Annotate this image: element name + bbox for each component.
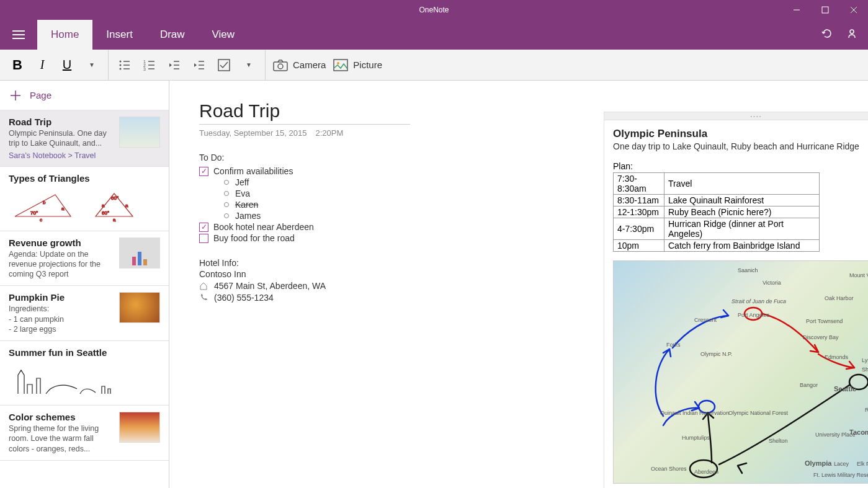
window-controls	[782, 0, 868, 20]
svg-point-27	[337, 62, 339, 64]
plan-label: Plan:	[613, 161, 868, 171]
map-label: Quinault Indian Reservation	[660, 410, 729, 416]
outdent-icon	[168, 59, 181, 71]
hamburger-button[interactable]	[0, 20, 37, 50]
page-preview: Agenda: Update on the revenue projection…	[9, 249, 113, 280]
tab-insert[interactable]: Insert	[92, 20, 146, 50]
note-title[interactable]: Road Trip	[199, 100, 410, 125]
page-thumbnail	[119, 117, 160, 148]
ribbon: B I U ▼ 123 ▼ Camera Picture	[0, 50, 868, 81]
picture-button[interactable]: Picture	[329, 53, 386, 78]
map-label: Shoreline	[862, 366, 868, 373]
plus-icon	[10, 90, 21, 101]
content-area: Page Road TripOlympic Peninsula. One day…	[0, 81, 868, 488]
separator	[265, 50, 266, 80]
svg-rect-23	[218, 60, 230, 71]
page-title: Summer fun in Seattle	[9, 347, 160, 358]
page-item[interactable]: Revenue growthAgenda: Update on the reve…	[0, 231, 169, 286]
chevron-down-icon: ▼	[246, 61, 252, 68]
plan-desc: Hurrican Ridge (dinner at Port Angeles)	[664, 218, 820, 240]
add-page-button[interactable]: Page	[0, 81, 169, 110]
note-canvas[interactable]: Road Trip Tuesday, September 15, 20152:2…	[169, 81, 868, 488]
font-more-button[interactable]: ▼	[79, 53, 104, 78]
svg-text:a: a	[113, 217, 116, 222]
map-label: University Place	[815, 432, 856, 438]
plan-table[interactable]: 7:30-8:30amTravel8:30-11amLake Quinault …	[613, 172, 820, 252]
svg-text:3: 3	[143, 67, 146, 71]
page-title: Road Trip	[9, 117, 113, 127]
table-row[interactable]: 12-1:30pmRuby Beach (Picnic here?)	[614, 206, 820, 218]
outdent-button[interactable]	[162, 53, 187, 78]
phone-icon	[199, 293, 208, 302]
undo-button[interactable]	[821, 27, 833, 42]
note-container[interactable]: •••• ↔ Olympic Peninsula One day trip to…	[604, 112, 868, 488]
chevron-down-icon: ▼	[89, 61, 95, 68]
embed-subtitle: One day trip to Lake Quinault, Ruby beac…	[613, 141, 868, 151]
plan-time: 10pm	[614, 240, 664, 252]
page-thumbnail	[119, 412, 160, 443]
plan-desc: Lake Quinault Rainforest	[664, 195, 820, 206]
page-item[interactable]: Color schemesSpring theme for the living…	[0, 406, 169, 461]
svg-text:a: a	[102, 203, 105, 208]
todo-checkbox[interactable]	[199, 234, 208, 243]
page-item[interactable]: Summer fun in Seattle	[0, 341, 169, 406]
svg-text:70°: 70°	[30, 210, 38, 216]
minimize-button[interactable]	[782, 0, 811, 20]
italic-button[interactable]: I	[30, 53, 55, 78]
map-label: Seattle	[834, 385, 856, 393]
underline-icon: U	[63, 58, 71, 72]
page-item[interactable]: Road TripOlympic Peninsula. One day trip…	[0, 110, 169, 167]
map-label: Aberdeen	[694, 469, 718, 475]
maximize-button[interactable]	[811, 0, 839, 20]
svg-point-4	[850, 30, 854, 33]
add-page-label: Page	[30, 90, 51, 100]
svg-text:c: c	[40, 217, 42, 222]
indent-button[interactable]	[187, 53, 212, 78]
plan-time: 8:30-11am	[614, 195, 664, 206]
container-drag-handle[interactable]: •••• ↔	[604, 112, 868, 120]
ribbon-tabs: Home Insert Draw View	[37, 20, 248, 50]
page-title: Revenue growth	[9, 237, 113, 248]
tab-home[interactable]: Home	[37, 20, 92, 50]
numbering-button[interactable]: 123	[137, 53, 162, 78]
home-icon	[199, 282, 208, 290]
tags-more-button[interactable]: ▼	[236, 53, 261, 78]
table-row[interactable]: 10pmCatch ferry from Bainbridge Island	[614, 240, 820, 252]
bold-button[interactable]: B	[5, 53, 30, 78]
svg-point-5	[120, 60, 122, 62]
camera-button[interactable]: Camera	[269, 53, 329, 78]
todo-tag-button[interactable]	[212, 53, 236, 78]
triangle-sketch: 70°bac60°60°aaa	[9, 189, 158, 222]
plan-time: 7:30-8:30am	[614, 173, 664, 195]
underline-button[interactable]: U	[55, 53, 79, 78]
share-button[interactable]	[846, 27, 858, 42]
todo-label: Book hotel near Aberdeen	[213, 222, 314, 232]
page-item[interactable]: Pumpkin PieIngredients:- 1 can pumpkin- …	[0, 286, 169, 341]
page-preview: Ingredients:- 1 can pumpkin- 2 large egg…	[9, 304, 113, 334]
table-row[interactable]: 8:30-11amLake Quinault Rainforest	[614, 195, 820, 206]
subitem-label: Jeff	[235, 177, 249, 187]
embed-title: Olympic Peninsula	[613, 128, 868, 140]
svg-text:60°: 60°	[102, 210, 109, 216]
table-row[interactable]: 7:30-8:30amTravel	[614, 173, 820, 195]
bullet-icon	[224, 180, 229, 185]
bullets-button[interactable]	[112, 53, 137, 78]
tab-draw[interactable]: Draw	[146, 20, 199, 50]
table-row[interactable]: 4-7:30pmHurrican Ridge (dinner at Port A…	[614, 218, 820, 240]
map-label: Elk Plain	[857, 461, 868, 467]
container-body[interactable]: Olympic Peninsula One day trip to Lake Q…	[604, 120, 868, 488]
todo-checkbox[interactable]	[199, 223, 208, 232]
map-label: Olympic N.P.	[700, 351, 732, 357]
todo-checkbox[interactable]	[199, 167, 208, 176]
tab-view[interactable]: View	[199, 20, 249, 50]
map-label: Lynnwood	[862, 357, 868, 363]
close-button[interactable]	[839, 0, 868, 20]
grip-icon: ••••	[750, 113, 762, 119]
bullet-icon	[224, 191, 229, 196]
map-label: Saanich	[738, 267, 758, 273]
skyline-sketch	[9, 363, 158, 396]
map-label: Ocean Shores	[651, 466, 687, 472]
page-title: Pumpkin Pie	[9, 292, 113, 303]
page-item[interactable]: Types of Triangles70°bac60°60°aaa	[0, 167, 169, 231]
svg-point-25	[278, 64, 283, 69]
